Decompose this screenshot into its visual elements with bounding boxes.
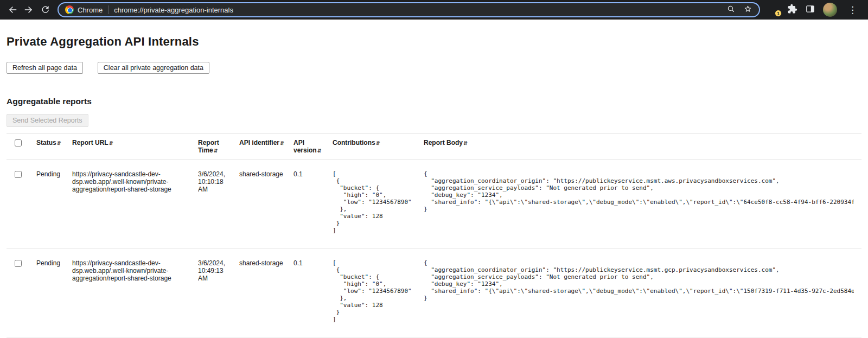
header-api-identifier[interactable]: API identifier⇵ xyxy=(239,134,293,160)
api-identifier-cell: shared-storage xyxy=(239,248,293,337)
select-all-checkbox[interactable] xyxy=(15,139,22,146)
report-body-cell: { "aggregation_coordinator_origin": "htt… xyxy=(424,248,861,337)
api-version-cell: 0.1 xyxy=(293,160,333,248)
api-version-cell: 0.1 xyxy=(293,248,333,337)
clear-all-button[interactable]: Clear all private aggregation data xyxy=(98,62,209,74)
extension-badge: 1 xyxy=(775,10,782,17)
page-actions: Refresh all page data Clear all private … xyxy=(7,62,861,74)
report-body-json: { "aggregation_coordinator_origin": "htt… xyxy=(424,170,854,213)
sort-icon: ⇵ xyxy=(317,148,322,154)
send-selected-reports-button[interactable]: Send Selected Reports xyxy=(7,114,88,127)
refresh-all-button[interactable]: Refresh all page data xyxy=(7,62,83,74)
search-icon[interactable] xyxy=(726,4,736,15)
scheme-chip-label: Chrome xyxy=(78,6,103,14)
menu-kebab-icon[interactable]: ⋮ xyxy=(845,3,860,17)
report-body-json: { "aggregation_coordinator_origin": "htt… xyxy=(424,259,854,302)
table-header-row: Status⇵ Report URL⇵ Report Time⇵ API ide… xyxy=(7,134,861,160)
back-button[interactable] xyxy=(4,2,21,18)
section-title: Aggregatable reports xyxy=(7,97,861,106)
contributions-cell: [ { "bucket": { "high": "0", "low": "123… xyxy=(333,160,424,248)
report-time-cell: 3/6/2024, 10:49:13 AM xyxy=(198,248,239,337)
contributions-cell: [ { "bucket": { "high": "0", "low": "123… xyxy=(333,248,424,337)
contributions-json: [ { "bucket": { "high": "0", "low": "123… xyxy=(333,170,416,234)
chrome-logo-icon xyxy=(65,5,74,14)
report-url-cell: https://privacy-sandcastle-dev-dsp.web.a… xyxy=(72,248,198,337)
report-url-cell: https://privacy-sandcastle-dev-dsp.web.a… xyxy=(72,160,198,248)
api-identifier-cell: shared-storage xyxy=(239,160,293,248)
row-select-cell xyxy=(7,248,36,337)
omnibox-divider xyxy=(108,5,108,14)
side-panel-icon[interactable] xyxy=(805,4,815,16)
bookmark-star-icon[interactable] xyxy=(743,4,752,15)
back-icon xyxy=(7,4,18,15)
sort-icon: ⇵ xyxy=(280,141,284,146)
report-time-cell: 3/6/2024, 10:10:18 AM xyxy=(198,160,239,248)
profile-avatar[interactable] xyxy=(823,3,837,17)
header-report-url[interactable]: Report URL⇵ xyxy=(72,134,198,160)
row-select-cell xyxy=(7,160,36,248)
pinned-extension-icon[interactable]: 1 xyxy=(769,4,780,15)
sort-icon: ⇵ xyxy=(214,148,218,154)
table-row: Pending https://privacy-sandcastle-dev-d… xyxy=(7,160,861,248)
select-all-cell xyxy=(7,134,36,160)
header-report-time[interactable]: Report Time⇵ xyxy=(198,134,239,160)
sort-icon: ⇵ xyxy=(109,141,113,146)
header-status[interactable]: Status⇵ xyxy=(36,134,72,160)
address-bar[interactable]: Chrome chrome://private-aggregation-inte… xyxy=(58,2,760,17)
send-row: Send Selected Reports xyxy=(7,114,861,127)
row-checkbox[interactable] xyxy=(15,171,22,178)
reload-icon xyxy=(40,5,50,15)
url-text[interactable]: chrome://private-aggregation-internals xyxy=(114,6,721,14)
contributions-json: [ { "bucket": { "high": "0", "low": "123… xyxy=(333,259,416,323)
table-row: Pending https://privacy-sandcastle-dev-d… xyxy=(7,248,861,337)
browser-toolbar: Chrome chrome://private-aggregation-inte… xyxy=(0,0,868,20)
extensions-puzzle-icon[interactable] xyxy=(787,4,797,16)
sort-icon: ⇵ xyxy=(376,141,380,146)
sort-icon: ⇵ xyxy=(463,141,468,146)
header-contributions[interactable]: Contributions⇵ xyxy=(333,134,424,160)
page-content: Private Aggregation API Internals Refres… xyxy=(0,20,868,337)
toolbar-right-cluster: 1 ⋮ xyxy=(765,3,864,17)
row-checkbox[interactable] xyxy=(15,260,22,267)
forward-button[interactable] xyxy=(21,2,37,18)
status-cell: Pending xyxy=(36,160,72,248)
forward-icon xyxy=(23,4,34,15)
header-api-version[interactable]: API version⇵ xyxy=(293,134,333,160)
report-body-cell: { "aggregation_coordinator_origin": "htt… xyxy=(424,160,861,248)
reports-table: Status⇵ Report URL⇵ Report Time⇵ API ide… xyxy=(7,133,861,337)
status-cell: Pending xyxy=(36,248,72,337)
page-title: Private Aggregation API Internals xyxy=(7,35,861,49)
header-report-body[interactable]: Report Body⇵ xyxy=(424,134,861,160)
reload-button[interactable] xyxy=(37,2,53,18)
sort-icon: ⇵ xyxy=(57,141,61,146)
